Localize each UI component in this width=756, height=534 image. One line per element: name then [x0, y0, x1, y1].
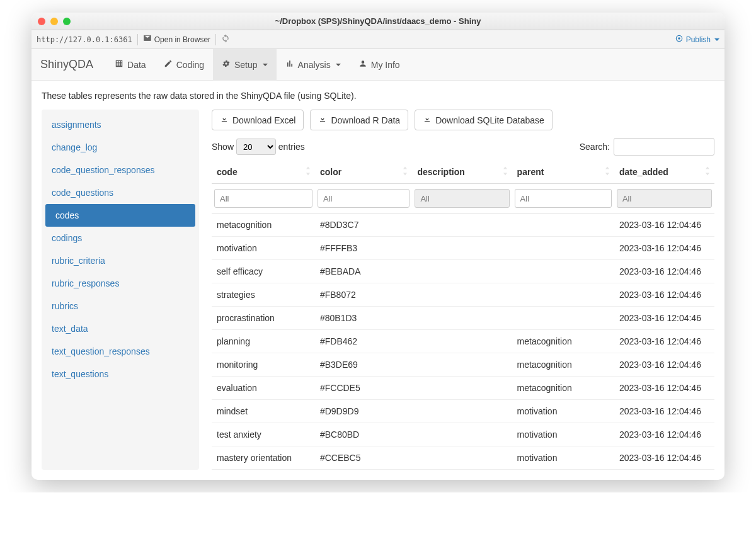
table-row: monitoring#B3DE69metacognition2023-03-16…: [212, 353, 714, 377]
cell-description: [412, 260, 512, 283]
sidebar-item-text_data[interactable]: text_data: [42, 317, 199, 340]
table-row: procrastination#80B1D32023-03-16 12:04:4…: [212, 307, 714, 330]
sidebar-item-code_questions[interactable]: code_questions: [42, 181, 199, 204]
sidebar-item-text_questions[interactable]: text_questions: [42, 363, 199, 385]
maximize-window-button[interactable]: [63, 18, 71, 25]
chevron-down-icon: [336, 64, 341, 66]
cell-date_added: 2023-03-16 12:04:46: [614, 353, 714, 377]
cell-date_added: 2023-03-16 12:04:46: [614, 330, 714, 353]
nav-coding[interactable]: Coding: [155, 49, 213, 80]
cell-code: monitoring: [212, 353, 315, 377]
cell-parent: metacognition: [512, 353, 614, 377]
user-icon: [358, 59, 367, 70]
page-size-select[interactable]: 20: [236, 139, 276, 155]
sidebar-item-code_question_responses[interactable]: code_question_responses: [42, 159, 199, 181]
table-row: self efficacy#BEBADA2023-03-16 12:04:46: [212, 260, 714, 283]
table-row: mastery orientation#CCEBC5motivation2023…: [212, 446, 714, 470]
show-label: Show: [212, 142, 234, 152]
cell-parent: motivation: [512, 446, 614, 470]
sort-icon: [604, 167, 610, 178]
page-description: These tables represents the raw data sto…: [42, 91, 714, 101]
cell-description: [412, 377, 512, 400]
chart-icon: [285, 59, 294, 70]
gears-icon: [222, 59, 231, 70]
nav-analysis[interactable]: Analysis: [277, 49, 350, 80]
cell-description: [412, 400, 512, 423]
url-display: http://127.0.0.1:6361: [37, 35, 132, 44]
sidebar-item-rubric_criteria[interactable]: rubric_criteria: [42, 249, 199, 272]
table-row: mindset#D9D9D9motivation2023-03-16 12:04…: [212, 400, 714, 423]
cell-description: [412, 423, 512, 446]
cell-description: [412, 237, 512, 260]
cell-code: mastery orientation: [212, 446, 315, 470]
sidebar-tables: assignmentschange_logcode_question_respo…: [42, 110, 199, 470]
nav-setup[interactable]: Setup: [213, 49, 277, 80]
cell-date_added: 2023-03-16 12:04:46: [614, 307, 714, 330]
app-brand: ShinyQDA: [40, 49, 106, 80]
cell-description: [412, 307, 512, 330]
nav-data[interactable]: Data: [106, 49, 155, 80]
download-sqlite-button[interactable]: Download SQLite Database: [415, 110, 553, 130]
cell-date_added: 2023-03-16 12:04:46: [614, 400, 714, 423]
refresh-button[interactable]: [221, 34, 230, 45]
publish-button[interactable]: Publish: [675, 34, 719, 45]
filter-color[interactable]: [318, 189, 410, 208]
filter-code[interactable]: [214, 189, 312, 208]
cell-color: #BC80BD: [315, 423, 412, 446]
search-input[interactable]: [614, 138, 714, 156]
column-header-color[interactable]: color: [315, 161, 412, 184]
column-header-code[interactable]: code: [212, 161, 315, 184]
browser-icon: [143, 34, 152, 45]
sidebar-item-text_question_responses[interactable]: text_question_responses: [42, 340, 199, 363]
browser-toolbar: http://127.0.0.1:6361 Open in Browser Pu…: [32, 30, 724, 49]
cell-date_added: 2023-03-16 12:04:46: [614, 423, 714, 446]
filter-description: [415, 189, 509, 208]
sidebar-item-rubrics[interactable]: rubrics: [42, 295, 199, 317]
cell-date_added: 2023-03-16 12:04:46: [614, 213, 714, 237]
table-row: test anxiety#BC80BDmotivation2023-03-16 …: [212, 423, 714, 446]
download-excel-button[interactable]: Download Excel: [212, 110, 304, 130]
cell-color: #8DD3C7: [315, 213, 412, 237]
filter-parent[interactable]: [515, 189, 612, 208]
window-title: ~/Dropbox (SPS)/ShinyQDA/inst/daacs_demo…: [32, 16, 724, 26]
sidebar-item-codings[interactable]: codings: [42, 227, 199, 249]
close-window-button[interactable]: [38, 18, 45, 25]
cell-parent: metacognition: [512, 330, 614, 353]
sidebar-item-change_log[interactable]: change_log: [42, 136, 199, 159]
table-row: planning#FDB462metacognition2023-03-16 1…: [212, 330, 714, 353]
cell-date_added: 2023-03-16 12:04:46: [614, 237, 714, 260]
cell-color: #80B1D3: [315, 307, 412, 330]
cell-code: evaluation: [212, 377, 315, 400]
column-header-description[interactable]: description: [412, 161, 512, 184]
download-rdata-button[interactable]: Download R Data: [310, 110, 408, 130]
cell-date_added: 2023-03-16 12:04:46: [614, 377, 714, 400]
table-icon: [115, 59, 123, 70]
column-header-date_added[interactable]: date_added: [614, 161, 714, 184]
chevron-down-icon: [714, 38, 719, 41]
cell-code: self efficacy: [212, 260, 315, 283]
cell-code: mindset: [212, 400, 315, 423]
column-header-parent[interactable]: parent: [512, 161, 614, 184]
main-navbar: ShinyQDA Data Coding Setup Analysis My I…: [32, 49, 724, 81]
svg-point-2: [678, 37, 680, 40]
cell-description: [412, 353, 512, 377]
cell-color: #B3DE69: [315, 353, 412, 377]
minimize-window-button[interactable]: [50, 18, 58, 25]
filter-date_added: [617, 189, 712, 208]
open-in-browser-button[interactable]: Open in Browser: [143, 34, 210, 45]
data-table: codecolordescriptionparentdate_added met…: [212, 161, 714, 470]
sidebar-item-assignments[interactable]: assignments: [42, 113, 199, 136]
cell-description: [412, 446, 512, 470]
cell-description: [412, 213, 512, 237]
cell-color: #FCCDE5: [315, 377, 412, 400]
sidebar-item-codes[interactable]: codes: [45, 204, 195, 227]
download-icon: [318, 115, 327, 125]
cell-code: motivation: [212, 237, 315, 260]
nav-myinfo[interactable]: My Info: [350, 49, 409, 80]
search-label: Search:: [580, 142, 610, 152]
sidebar-item-rubric_responses[interactable]: rubric_responses: [42, 272, 199, 295]
cell-parent: motivation: [512, 400, 614, 423]
sort-icon: [502, 167, 508, 178]
download-icon: [423, 115, 432, 125]
cell-code: strategies: [212, 283, 315, 307]
